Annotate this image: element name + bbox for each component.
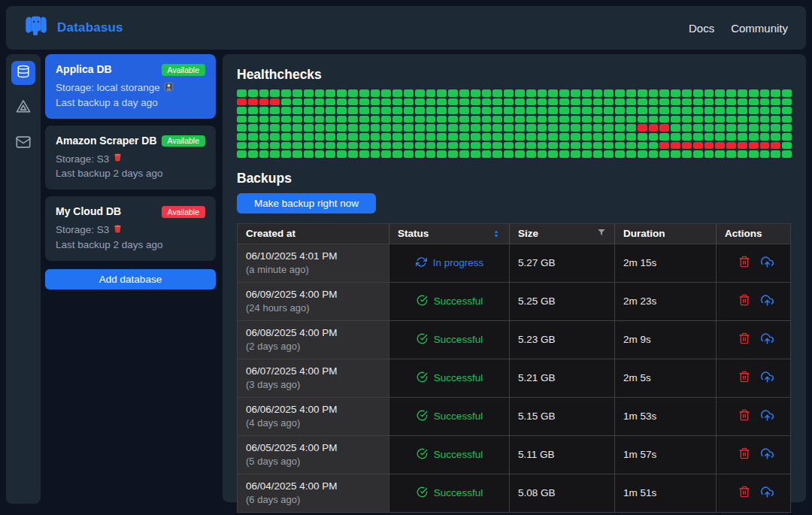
delete-backup-button[interactable]: [738, 409, 750, 423]
storage-line: Storage: S3: [56, 153, 205, 165]
success-check-icon: [417, 486, 428, 500]
actions-cell: [717, 321, 790, 359]
healthcheck-cell-ok: [426, 107, 436, 114]
storage-line: Storage: local storange: [56, 82, 205, 94]
healthcheck-cell-ok: [392, 150, 402, 158]
backups-table-header: Created at Status Size: [238, 224, 790, 244]
healthcheck-cell-ok: [248, 124, 258, 132]
cloud-upload-icon: [761, 371, 774, 386]
restore-backup-button[interactable]: [761, 409, 774, 424]
restore-backup-button[interactable]: [761, 294, 774, 309]
delete-backup-button[interactable]: [738, 294, 750, 308]
column-header-duration[interactable]: Duration: [615, 224, 717, 244]
delete-backup-button[interactable]: [738, 332, 750, 347]
database-name: Amazon Scraper DB: [56, 135, 157, 147]
healthcheck-cell-ok: [515, 133, 525, 141]
database-card-my-cloud[interactable]: My Cloud DB Available Storage: S3 Last b…: [45, 196, 216, 261]
healthcheck-cell-ok: [626, 116, 636, 123]
healthcheck-cell-ok: [726, 150, 736, 158]
delete-backup-button[interactable]: [738, 256, 750, 270]
healthcheck-cell-ok: [304, 124, 314, 132]
healthcheck-cell-ok: [760, 133, 770, 141]
healthcheck-cell-ok: [538, 89, 547, 97]
elephant-logo-icon: [24, 15, 48, 41]
column-header-size[interactable]: Size: [510, 224, 615, 244]
healthcheck-cell-ok: [649, 107, 659, 114]
healthcheck-cell-ok: [760, 124, 770, 132]
sidebar-item-google-drive[interactable]: [11, 96, 35, 120]
healthcheck-cell-ok: [582, 142, 592, 150]
delete-backup-button[interactable]: [738, 486, 750, 500]
sidebar-item-mail[interactable]: [11, 132, 35, 156]
healthcheck-cell-ok: [426, 124, 436, 132]
healthcheck-cell-ok: [693, 98, 703, 106]
add-database-button[interactable]: Add database: [45, 269, 216, 289]
restore-backup-button[interactable]: [761, 332, 774, 347]
icon-sidebar: [6, 54, 41, 504]
nav-link-community[interactable]: Community: [731, 22, 788, 35]
created-at-cell: 06/04/2025 4:00 PM(6 days ago): [238, 474, 389, 512]
database-card-applica[interactable]: Applica DB Available Storage: local stor…: [45, 54, 216, 119]
healthcheck-cell-ok: [371, 150, 380, 158]
healthcheck-cell-ok: [304, 89, 314, 97]
healthcheck-cell-ok: [671, 150, 680, 158]
database-list: Applica DB Available Storage: local stor…: [45, 54, 216, 289]
database-card-amazon-scraper[interactable]: Amazon Scraper DB Available Storage: S3 …: [45, 126, 216, 190]
healthcheck-cell-ok: [437, 107, 447, 114]
sort-icon[interactable]: [491, 229, 501, 239]
database-icon: [17, 65, 30, 81]
healthcheck-cell-ok: [415, 98, 425, 106]
healthcheck-cell-ok: [326, 150, 335, 158]
healthcheck-cell-ok: [538, 124, 547, 132]
healthcheck-cell-ok: [348, 98, 358, 106]
nav-link-docs[interactable]: Docs: [689, 22, 714, 35]
healthcheck-cell-ok: [392, 133, 402, 141]
delete-backup-button[interactable]: [738, 371, 750, 385]
healthcheck-cell-ok: [471, 150, 480, 158]
database-name: My Cloud DB: [56, 205, 121, 217]
healthcheck-cell-ok: [426, 133, 436, 141]
size-cell: 5.21 GB: [510, 359, 615, 397]
healthcheck-cell-ok: [749, 133, 759, 141]
healthcheck-cell-ok: [292, 107, 302, 114]
healthcheck-cell-ok: [582, 150, 592, 158]
healthcheck-cell-ok: [448, 150, 458, 158]
healthcheck-cell-ok: [626, 133, 636, 141]
healthcheck-cell-ok: [604, 89, 614, 97]
healthcheck-cell-fail: [638, 124, 647, 132]
filter-funnel-icon[interactable]: [596, 227, 607, 240]
healthcheck-cell-ok: [348, 89, 358, 97]
created-at-cell: 06/09/2025 4:00 PM(24 hours ago): [238, 283, 389, 320]
column-header-created-at[interactable]: Created at: [238, 224, 389, 244]
healthcheck-cell-ok: [559, 89, 569, 97]
sidebar-item-databases[interactable]: [11, 61, 35, 85]
column-header-status[interactable]: Status: [389, 224, 510, 244]
healthcheck-cell-ok: [582, 89, 592, 97]
healthcheck-cell-ok: [381, 98, 391, 106]
restore-backup-button[interactable]: [761, 256, 774, 271]
restore-backup-button[interactable]: [761, 486, 774, 501]
backup-date: 06/08/2025 4:00 PM: [246, 327, 381, 338]
healthcheck-cell-ok: [649, 89, 659, 97]
restore-backup-button[interactable]: [761, 371, 774, 386]
cloud-upload-icon: [761, 294, 774, 309]
healthcheck-cell-ok: [738, 107, 747, 114]
healthcheck-cell-ok: [682, 150, 692, 158]
healthcheck-cell-ok: [760, 89, 770, 97]
table-row: 06/05/2025 4:00 PM(5 days ago)Successful…: [238, 435, 790, 474]
restore-backup-button[interactable]: [761, 447, 774, 462]
healthcheck-cell-ok: [415, 124, 425, 132]
healthcheck-cell-ok: [326, 89, 335, 97]
healthcheck-cell-ok: [782, 124, 792, 132]
healthcheck-cell-ok: [248, 116, 258, 123]
healthcheck-cell-ok: [448, 142, 458, 150]
make-backup-button[interactable]: Make backup right now: [237, 193, 376, 214]
delete-backup-button[interactable]: [738, 447, 750, 462]
healthcheck-cell-ok: [771, 150, 780, 158]
healthcheck-cell-ok: [337, 133, 347, 141]
healthcheck-cell-ok: [571, 150, 580, 158]
healthcheck-cell-ok: [782, 89, 792, 97]
healthcheck-cell-ok: [459, 107, 469, 114]
brand[interactable]: Databasus: [24, 15, 123, 41]
healthcheck-cell-ok: [559, 124, 569, 132]
